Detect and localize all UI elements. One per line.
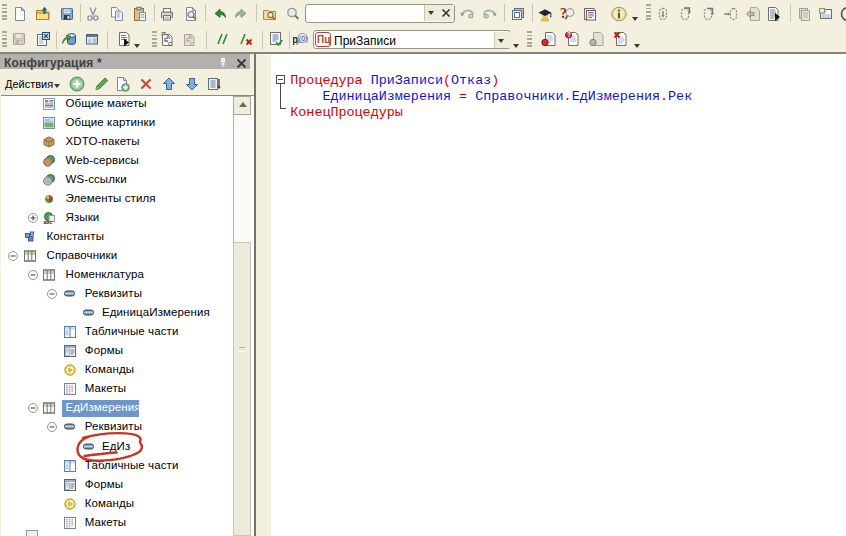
svg-text:С: С <box>168 41 173 47</box>
svg-text:?: ? <box>567 31 571 38</box>
svg-text:abc: abc <box>44 218 53 224</box>
svg-text:С: С <box>190 41 195 47</box>
svg-text:(0): (0) <box>299 34 309 43</box>
